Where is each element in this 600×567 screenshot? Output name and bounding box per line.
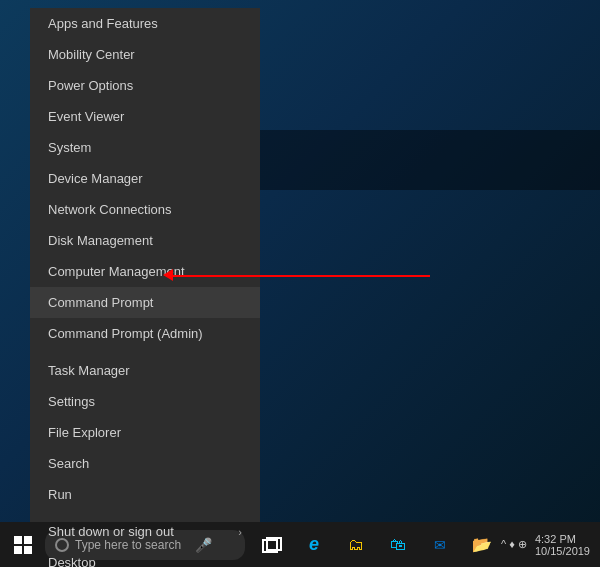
store-icon: 🛍 bbox=[390, 536, 406, 554]
mail-button[interactable]: ✉ bbox=[421, 522, 459, 567]
menu-item-label: Run bbox=[48, 487, 72, 502]
menu-item-file-explorer[interactable]: File Explorer bbox=[30, 417, 260, 448]
menu-item-label: Command Prompt bbox=[48, 295, 153, 310]
menu-item-run[interactable]: Run bbox=[30, 479, 260, 510]
menu-item-label: Mobility Center bbox=[48, 47, 135, 62]
menu-item-search[interactable]: Search bbox=[30, 448, 260, 479]
menu-item-label: Disk Management bbox=[48, 233, 153, 248]
menu-item-label: Shut down or sign out bbox=[48, 524, 174, 539]
orange-button[interactable]: 📂 bbox=[463, 522, 501, 567]
menu-item-label: Network Connections bbox=[48, 202, 172, 217]
menu-item-label: Power Options bbox=[48, 78, 133, 93]
menu-item-mobility-center[interactable]: Mobility Center bbox=[30, 39, 260, 70]
menu-item-apps-and-features[interactable]: Apps and Features bbox=[30, 8, 260, 39]
menu-item-device-manager[interactable]: Device Manager bbox=[30, 163, 260, 194]
context-menu: Apps and FeaturesMobility CenterPower Op… bbox=[30, 8, 260, 522]
menu-item-event-viewer[interactable]: Event Viewer bbox=[30, 101, 260, 132]
desktop-band bbox=[260, 130, 600, 190]
submenu-chevron-icon: › bbox=[238, 526, 242, 538]
menu-item-power-options[interactable]: Power Options bbox=[30, 70, 260, 101]
menu-item-command-prompt[interactable]: Command Prompt bbox=[30, 287, 260, 318]
taskbar-icons: e 🗂 🛍 ✉ 📂 bbox=[253, 522, 501, 567]
menu-item-network-connections[interactable]: Network Connections bbox=[30, 194, 260, 225]
tray-icons: ^ ♦ ⊕ bbox=[501, 538, 527, 551]
menu-item-desktop[interactable]: Desktop bbox=[30, 547, 260, 567]
menu-item-label: Settings bbox=[48, 394, 95, 409]
menu-item-label: System bbox=[48, 140, 91, 155]
menu-item-settings[interactable]: Settings bbox=[30, 386, 260, 417]
menu-item-disk-management[interactable]: Disk Management bbox=[30, 225, 260, 256]
edge-button[interactable]: e bbox=[295, 522, 333, 567]
mail-icon: ✉ bbox=[434, 537, 446, 553]
edge-icon: e bbox=[309, 534, 319, 555]
menu-item-label: Apps and Features bbox=[48, 16, 158, 31]
menu-item-label: Command Prompt (Admin) bbox=[48, 326, 203, 341]
menu-item-label: Event Viewer bbox=[48, 109, 124, 124]
menu-item-label: Search bbox=[48, 456, 89, 471]
menu-item-shut-down-or-sign-out[interactable]: Shut down or sign out› bbox=[30, 516, 260, 547]
menu-item-task-manager[interactable]: Task Manager bbox=[30, 355, 260, 386]
clock: 4:32 PM10/15/2019 bbox=[535, 533, 590, 557]
explorer-button[interactable]: 🗂 bbox=[337, 522, 375, 567]
menu-item-label: Device Manager bbox=[48, 171, 143, 186]
menu-item-system[interactable]: System bbox=[30, 132, 260, 163]
menu-item-command-prompt-admin[interactable]: Command Prompt (Admin) bbox=[30, 318, 260, 349]
menu-item-label: Desktop bbox=[48, 555, 96, 567]
menu-item-label: Computer Management bbox=[48, 264, 185, 279]
menu-item-label: Task Manager bbox=[48, 363, 130, 378]
windows-icon bbox=[14, 536, 32, 554]
menu-item-label: File Explorer bbox=[48, 425, 121, 440]
orange-icon: 📂 bbox=[472, 535, 492, 554]
store-button[interactable]: 🛍 bbox=[379, 522, 417, 567]
menu-item-computer-management[interactable]: Computer Management bbox=[30, 256, 260, 287]
explorer-icon: 🗂 bbox=[348, 536, 364, 554]
task-view-icon bbox=[262, 538, 282, 552]
system-tray: ^ ♦ ⊕ 4:32 PM10/15/2019 bbox=[501, 533, 600, 557]
